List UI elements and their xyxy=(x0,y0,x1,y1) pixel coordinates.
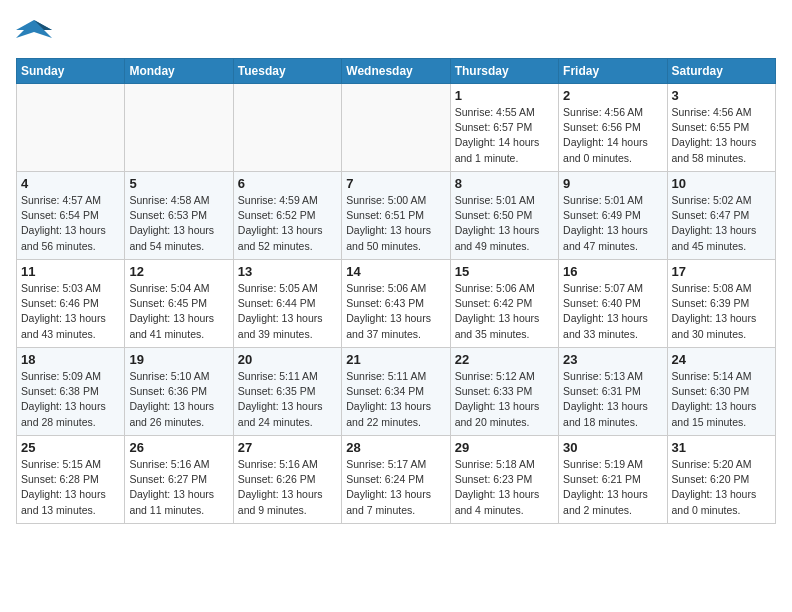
day-info: Sunrise: 5:12 AM Sunset: 6:33 PM Dayligh… xyxy=(455,369,554,430)
day-number: 10 xyxy=(672,176,771,191)
day-info: Sunrise: 5:20 AM Sunset: 6:20 PM Dayligh… xyxy=(672,457,771,518)
day-info: Sunrise: 4:59 AM Sunset: 6:52 PM Dayligh… xyxy=(238,193,337,254)
day-number: 11 xyxy=(21,264,120,279)
calendar-cell: 7Sunrise: 5:00 AM Sunset: 6:51 PM Daylig… xyxy=(342,172,450,260)
day-number: 2 xyxy=(563,88,662,103)
weekday-header-cell: Wednesday xyxy=(342,59,450,84)
day-info: Sunrise: 5:08 AM Sunset: 6:39 PM Dayligh… xyxy=(672,281,771,342)
day-info: Sunrise: 5:18 AM Sunset: 6:23 PM Dayligh… xyxy=(455,457,554,518)
day-info: Sunrise: 4:56 AM Sunset: 6:56 PM Dayligh… xyxy=(563,105,662,166)
day-number: 9 xyxy=(563,176,662,191)
day-number: 26 xyxy=(129,440,228,455)
day-number: 28 xyxy=(346,440,445,455)
calendar-cell xyxy=(342,84,450,172)
calendar-week-row: 1Sunrise: 4:55 AM Sunset: 6:57 PM Daylig… xyxy=(17,84,776,172)
calendar-cell: 23Sunrise: 5:13 AM Sunset: 6:31 PM Dayli… xyxy=(559,348,667,436)
day-info: Sunrise: 4:58 AM Sunset: 6:53 PM Dayligh… xyxy=(129,193,228,254)
calendar-cell: 25Sunrise: 5:15 AM Sunset: 6:28 PM Dayli… xyxy=(17,436,125,524)
day-number: 24 xyxy=(672,352,771,367)
calendar-cell xyxy=(125,84,233,172)
day-info: Sunrise: 5:17 AM Sunset: 6:24 PM Dayligh… xyxy=(346,457,445,518)
day-number: 7 xyxy=(346,176,445,191)
day-number: 8 xyxy=(455,176,554,191)
day-number: 22 xyxy=(455,352,554,367)
day-info: Sunrise: 5:05 AM Sunset: 6:44 PM Dayligh… xyxy=(238,281,337,342)
calendar-cell: 16Sunrise: 5:07 AM Sunset: 6:40 PM Dayli… xyxy=(559,260,667,348)
day-number: 16 xyxy=(563,264,662,279)
day-number: 20 xyxy=(238,352,337,367)
day-number: 21 xyxy=(346,352,445,367)
calendar-cell: 26Sunrise: 5:16 AM Sunset: 6:27 PM Dayli… xyxy=(125,436,233,524)
day-number: 30 xyxy=(563,440,662,455)
calendar-cell: 29Sunrise: 5:18 AM Sunset: 6:23 PM Dayli… xyxy=(450,436,558,524)
day-number: 3 xyxy=(672,88,771,103)
day-info: Sunrise: 5:11 AM Sunset: 6:35 PM Dayligh… xyxy=(238,369,337,430)
calendar-week-row: 4Sunrise: 4:57 AM Sunset: 6:54 PM Daylig… xyxy=(17,172,776,260)
day-info: Sunrise: 5:16 AM Sunset: 6:27 PM Dayligh… xyxy=(129,457,228,518)
day-info: Sunrise: 5:11 AM Sunset: 6:34 PM Dayligh… xyxy=(346,369,445,430)
calendar-cell: 30Sunrise: 5:19 AM Sunset: 6:21 PM Dayli… xyxy=(559,436,667,524)
calendar-cell: 19Sunrise: 5:10 AM Sunset: 6:36 PM Dayli… xyxy=(125,348,233,436)
day-info: Sunrise: 5:09 AM Sunset: 6:38 PM Dayligh… xyxy=(21,369,120,430)
day-info: Sunrise: 5:14 AM Sunset: 6:30 PM Dayligh… xyxy=(672,369,771,430)
day-info: Sunrise: 5:04 AM Sunset: 6:45 PM Dayligh… xyxy=(129,281,228,342)
calendar-table: SundayMondayTuesdayWednesdayThursdayFrid… xyxy=(16,58,776,524)
day-info: Sunrise: 5:13 AM Sunset: 6:31 PM Dayligh… xyxy=(563,369,662,430)
calendar-cell: 4Sunrise: 4:57 AM Sunset: 6:54 PM Daylig… xyxy=(17,172,125,260)
day-info: Sunrise: 4:57 AM Sunset: 6:54 PM Dayligh… xyxy=(21,193,120,254)
day-info: Sunrise: 5:15 AM Sunset: 6:28 PM Dayligh… xyxy=(21,457,120,518)
day-info: Sunrise: 4:55 AM Sunset: 6:57 PM Dayligh… xyxy=(455,105,554,166)
calendar-cell: 2Sunrise: 4:56 AM Sunset: 6:56 PM Daylig… xyxy=(559,84,667,172)
day-number: 1 xyxy=(455,88,554,103)
calendar-week-row: 11Sunrise: 5:03 AM Sunset: 6:46 PM Dayli… xyxy=(17,260,776,348)
day-info: Sunrise: 5:10 AM Sunset: 6:36 PM Dayligh… xyxy=(129,369,228,430)
day-number: 14 xyxy=(346,264,445,279)
calendar-cell: 31Sunrise: 5:20 AM Sunset: 6:20 PM Dayli… xyxy=(667,436,775,524)
day-number: 19 xyxy=(129,352,228,367)
calendar-cell: 5Sunrise: 4:58 AM Sunset: 6:53 PM Daylig… xyxy=(125,172,233,260)
calendar-header-row: SundayMondayTuesdayWednesdayThursdayFrid… xyxy=(17,59,776,84)
calendar-cell: 3Sunrise: 4:56 AM Sunset: 6:55 PM Daylig… xyxy=(667,84,775,172)
calendar-week-row: 18Sunrise: 5:09 AM Sunset: 6:38 PM Dayli… xyxy=(17,348,776,436)
day-number: 12 xyxy=(129,264,228,279)
calendar-cell: 22Sunrise: 5:12 AM Sunset: 6:33 PM Dayli… xyxy=(450,348,558,436)
calendar-cell: 11Sunrise: 5:03 AM Sunset: 6:46 PM Dayli… xyxy=(17,260,125,348)
weekday-header-cell: Saturday xyxy=(667,59,775,84)
calendar-cell: 20Sunrise: 5:11 AM Sunset: 6:35 PM Dayli… xyxy=(233,348,341,436)
calendar-cell: 17Sunrise: 5:08 AM Sunset: 6:39 PM Dayli… xyxy=(667,260,775,348)
day-info: Sunrise: 5:07 AM Sunset: 6:40 PM Dayligh… xyxy=(563,281,662,342)
day-number: 5 xyxy=(129,176,228,191)
day-info: Sunrise: 5:02 AM Sunset: 6:47 PM Dayligh… xyxy=(672,193,771,254)
day-info: Sunrise: 5:01 AM Sunset: 6:49 PM Dayligh… xyxy=(563,193,662,254)
calendar-cell: 28Sunrise: 5:17 AM Sunset: 6:24 PM Dayli… xyxy=(342,436,450,524)
day-info: Sunrise: 4:56 AM Sunset: 6:55 PM Dayligh… xyxy=(672,105,771,166)
day-number: 27 xyxy=(238,440,337,455)
day-info: Sunrise: 5:06 AM Sunset: 6:42 PM Dayligh… xyxy=(455,281,554,342)
calendar-cell: 12Sunrise: 5:04 AM Sunset: 6:45 PM Dayli… xyxy=(125,260,233,348)
calendar-cell xyxy=(233,84,341,172)
calendar-cell: 24Sunrise: 5:14 AM Sunset: 6:30 PM Dayli… xyxy=(667,348,775,436)
calendar-cell: 9Sunrise: 5:01 AM Sunset: 6:49 PM Daylig… xyxy=(559,172,667,260)
weekday-header-cell: Monday xyxy=(125,59,233,84)
calendar-cell: 10Sunrise: 5:02 AM Sunset: 6:47 PM Dayli… xyxy=(667,172,775,260)
day-number: 29 xyxy=(455,440,554,455)
calendar-cell: 21Sunrise: 5:11 AM Sunset: 6:34 PM Dayli… xyxy=(342,348,450,436)
page-header xyxy=(16,16,776,48)
day-info: Sunrise: 5:16 AM Sunset: 6:26 PM Dayligh… xyxy=(238,457,337,518)
weekday-header-cell: Friday xyxy=(559,59,667,84)
calendar-cell: 13Sunrise: 5:05 AM Sunset: 6:44 PM Dayli… xyxy=(233,260,341,348)
calendar-cell: 14Sunrise: 5:06 AM Sunset: 6:43 PM Dayli… xyxy=(342,260,450,348)
day-number: 18 xyxy=(21,352,120,367)
calendar-cell: 15Sunrise: 5:06 AM Sunset: 6:42 PM Dayli… xyxy=(450,260,558,348)
day-number: 31 xyxy=(672,440,771,455)
calendar-cell: 1Sunrise: 4:55 AM Sunset: 6:57 PM Daylig… xyxy=(450,84,558,172)
logo-icon xyxy=(16,16,52,48)
day-info: Sunrise: 5:06 AM Sunset: 6:43 PM Dayligh… xyxy=(346,281,445,342)
calendar-week-row: 25Sunrise: 5:15 AM Sunset: 6:28 PM Dayli… xyxy=(17,436,776,524)
calendar-cell: 18Sunrise: 5:09 AM Sunset: 6:38 PM Dayli… xyxy=(17,348,125,436)
day-number: 13 xyxy=(238,264,337,279)
calendar-cell xyxy=(17,84,125,172)
day-info: Sunrise: 5:03 AM Sunset: 6:46 PM Dayligh… xyxy=(21,281,120,342)
weekday-header-cell: Thursday xyxy=(450,59,558,84)
calendar-cell: 8Sunrise: 5:01 AM Sunset: 6:50 PM Daylig… xyxy=(450,172,558,260)
